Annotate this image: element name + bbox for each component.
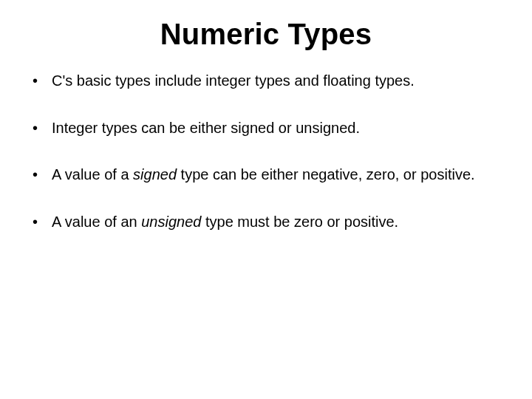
bullet-text-pre: C's basic types include integer types an… bbox=[52, 72, 415, 89]
bullet-text-pre: A value of an bbox=[52, 214, 141, 230]
list-item: C's basic types include integer types an… bbox=[33, 72, 505, 91]
list-item: A value of an unsigned type must be zero… bbox=[33, 213, 505, 232]
bullet-text-pre: Integer types can be either signed or un… bbox=[52, 120, 360, 136]
slide: Numeric Types C's basic types include in… bbox=[0, 0, 532, 399]
bullet-text-post: type can be either negative, zero, or po… bbox=[177, 166, 475, 183]
bullet-text-post: type must be zero or positive. bbox=[201, 214, 398, 230]
bullet-text-em: signed bbox=[133, 166, 177, 183]
bullet-text-pre: A value of a bbox=[52, 166, 133, 183]
slide-title: Numeric Types bbox=[22, 18, 510, 51]
list-item: Integer types can be either signed or un… bbox=[33, 119, 505, 138]
list-item: A value of a signed type can be either n… bbox=[33, 166, 505, 185]
bullet-list: C's basic types include integer types an… bbox=[22, 72, 510, 231]
bullet-text-em: unsigned bbox=[141, 214, 201, 230]
